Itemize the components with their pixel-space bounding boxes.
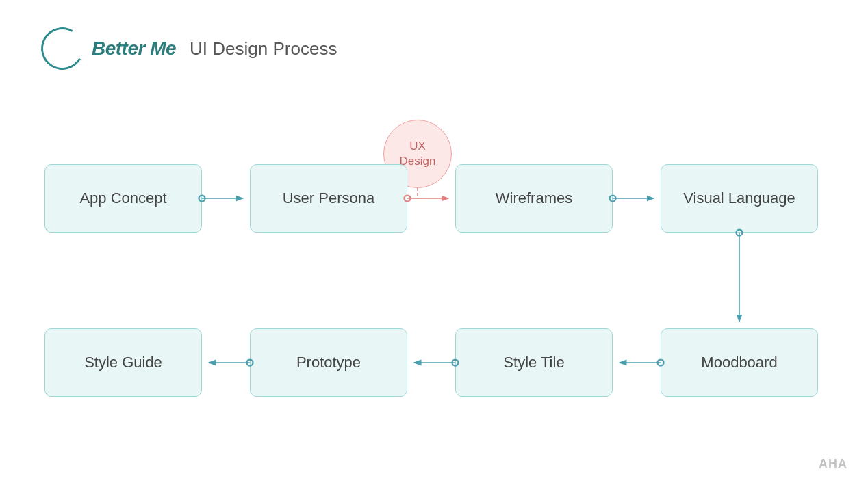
- box-app-concept-label: App Concept: [79, 189, 166, 207]
- box-visual-language: Visual Language: [661, 164, 818, 233]
- logo-circle-icon: [36, 23, 88, 75]
- box-prototype: Prototype: [250, 328, 407, 397]
- box-wireframes: Wireframes: [455, 164, 613, 233]
- box-app-concept: App Concept: [44, 164, 202, 233]
- box-style-tile: Style Tile: [455, 328, 613, 397]
- box-style-guide: Style Guide: [44, 328, 202, 397]
- box-visual-language-label: Visual Language: [683, 189, 795, 207]
- box-style-tile-label: Style Tile: [503, 354, 564, 371]
- box-wireframes-label: Wireframes: [496, 189, 572, 207]
- logo-text: Better Me: [92, 38, 176, 60]
- watermark: AHA: [819, 457, 847, 471]
- diagram: UX Design App Concept User Persona Wiref…: [0, 106, 868, 444]
- ux-line1: UX: [409, 139, 426, 154]
- box-moodboard: Moodboard: [661, 328, 818, 397]
- box-prototype-label: Prototype: [296, 354, 361, 371]
- box-moodboard-label: Moodboard: [701, 354, 777, 371]
- slide: Better Me UI Design Process UX Design Ap…: [0, 0, 868, 485]
- box-user-persona: User Persona: [250, 164, 407, 233]
- box-user-persona-label: User Persona: [283, 189, 375, 207]
- box-style-guide-label: Style Guide: [84, 354, 162, 371]
- watermark-text: AHA: [819, 457, 847, 471]
- header: Better Me UI Design Process: [41, 27, 337, 70]
- subtitle-text: UI Design Process: [190, 38, 337, 60]
